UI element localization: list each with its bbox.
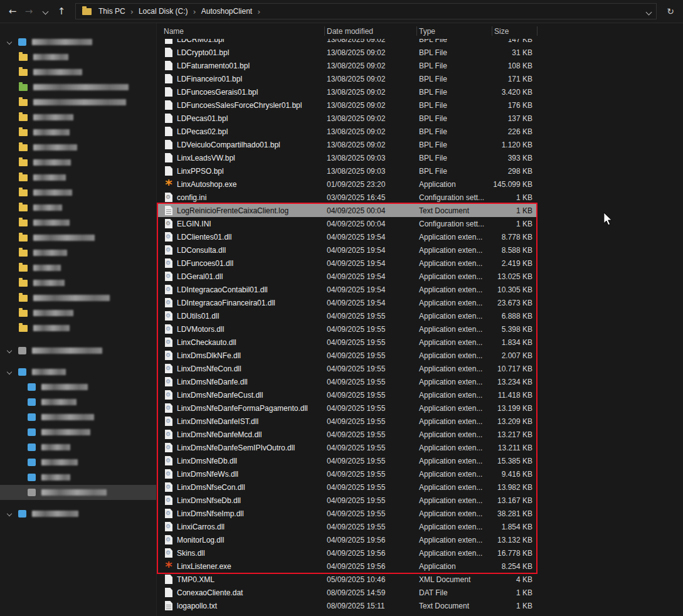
file-row[interactable]: LDFuncoes01.dll04/09/2025 19:54Applicati… bbox=[157, 257, 537, 270]
column-header-date[interactable]: Date modified bbox=[325, 23, 417, 39]
file-row[interactable]: LDIntegracaoFinanceira01.dll04/09/2025 1… bbox=[157, 296, 537, 309]
file-row[interactable]: LinxLeadsVW.bpl13/08/2025 09:03BPL File3… bbox=[157, 151, 537, 164]
file-row[interactable]: LinxDmsNfeDb.dll04/09/2025 19:55Applicat… bbox=[157, 454, 537, 467]
file-list-viewport[interactable]: LDCRM01.bpl13/08/2025 09:02BPL File147 K… bbox=[157, 39, 683, 616]
sidebar-item[interactable] bbox=[0, 140, 156, 155]
file-row[interactable]: LDCRM01.bpl13/08/2025 09:02BPL File147 K… bbox=[157, 39, 537, 46]
recent-locations-chevron-icon[interactable] bbox=[38, 4, 53, 19]
breadcrumb-chevron-icon[interactable]: › bbox=[257, 7, 261, 16]
sidebar-item[interactable] bbox=[0, 260, 156, 275]
sidebar-item[interactable] bbox=[0, 455, 156, 470]
address-dropdown-chevron-icon[interactable] bbox=[647, 6, 651, 17]
file-row[interactable]: Skins.dll04/09/2025 19:56Application ext… bbox=[157, 546, 537, 560]
file-row[interactable]: LDConsulta.dll04/09/2025 19:54Applicatio… bbox=[157, 243, 537, 257]
column-header-name[interactable]: Name bbox=[157, 23, 325, 39]
file-row[interactable]: LDGeral01.dll04/09/2025 19:54Application… bbox=[157, 270, 537, 283]
sidebar-item[interactable] bbox=[0, 364, 156, 380]
expander-chevron-icon[interactable] bbox=[7, 40, 12, 45]
file-row[interactable]: LinxPPSO.bpl13/08/2025 09:03BPL File298 … bbox=[157, 164, 537, 178]
sidebar-item[interactable] bbox=[0, 395, 156, 410]
file-row[interactable]: LDPecas02.bpl13/08/2025 09:02BPL File226… bbox=[157, 125, 537, 138]
file-row[interactable]: LDFuncoesSalesForceChrysler01.bpl13/08/2… bbox=[157, 98, 537, 112]
file-row[interactable]: LinxDmsNfeDanfeCust.dll04/09/2025 19:55A… bbox=[157, 388, 537, 401]
sidebar-item[interactable] bbox=[0, 380, 156, 395]
file-row[interactable]: LogReinicioFrenteCaixaClient.log04/09/20… bbox=[157, 204, 537, 217]
forward-button[interactable]: → bbox=[21, 4, 36, 19]
folder-icon bbox=[19, 325, 28, 332]
breadcrumb-segment[interactable]: This PC bbox=[94, 4, 130, 18]
file-row[interactable]: LinxListener.exe04/09/2025 19:56Applicat… bbox=[157, 560, 537, 573]
file-row[interactable]: LinxCheckauto.dll04/09/2025 19:55Applica… bbox=[157, 336, 537, 349]
back-button[interactable]: ← bbox=[5, 4, 20, 19]
file-row[interactable]: LinxDmsNfeDanfeMcd.dll04/09/2025 19:55Ap… bbox=[157, 428, 537, 441]
sidebar-item[interactable] bbox=[0, 410, 156, 425]
file-row[interactable]: LDFaturamento01.bpl13/08/2025 09:02BPL F… bbox=[157, 59, 537, 72]
file-row[interactable]: LinxAutoshop.exe01/09/2025 23:20Applicat… bbox=[157, 178, 537, 191]
file-row[interactable]: logapollo.txt08/09/2025 15:11Text Docume… bbox=[157, 599, 537, 612]
sidebar-item[interactable] bbox=[0, 425, 156, 440]
file-row[interactable]: LinxDmsNfseImp.dll04/09/2025 19:55Applic… bbox=[157, 507, 537, 520]
sidebar-item[interactable] bbox=[0, 50, 156, 65]
sidebar-item[interactable] bbox=[0, 170, 156, 185]
sidebar-item[interactable] bbox=[0, 470, 156, 485]
column-header-type[interactable]: Type bbox=[417, 23, 492, 39]
file-row[interactable]: MonitorLog.dll04/09/2025 19:56Applicatio… bbox=[157, 533, 537, 546]
file-row[interactable]: LinxDmsNfeWs.dll04/09/2025 19:55Applicat… bbox=[157, 467, 537, 481]
file-row[interactable]: LinxiCarros.dll04/09/2025 19:55Applicati… bbox=[157, 520, 537, 533]
file-row[interactable]: TMP0.XML05/09/2025 10:46XML Document4 KB bbox=[157, 573, 537, 586]
file-row[interactable]: LDFinanceiro01.bpl13/08/2025 09:02BPL Fi… bbox=[157, 72, 537, 85]
sidebar-item[interactable] bbox=[0, 125, 156, 140]
file-row[interactable]: LDClientes01.dll04/09/2025 19:54Applicat… bbox=[157, 230, 537, 243]
sidebar-item[interactable] bbox=[0, 185, 156, 200]
file-row[interactable]: LinxDmsDlkNFe.dll04/09/2025 19:55Applica… bbox=[157, 349, 537, 362]
file-row[interactable]: LDFuncoesGerais01.bpl13/08/2025 09:02BPL… bbox=[157, 85, 537, 98]
sidebar-item[interactable] bbox=[0, 506, 156, 521]
sidebar-item[interactable] bbox=[0, 440, 156, 455]
file-row[interactable]: ConexaoCliente.dat08/09/2025 14:59DAT Fi… bbox=[157, 586, 537, 599]
file-row[interactable]: LDVeiculoCompartilhado01.bpl13/08/2025 0… bbox=[157, 138, 537, 151]
sidebar-item[interactable] bbox=[0, 155, 156, 170]
expander-chevron-icon[interactable] bbox=[7, 511, 12, 516]
file-row[interactable]: LDIntegracaoContabil01.dll04/09/2025 19:… bbox=[157, 283, 537, 296]
file-row[interactable]: ELGIN.INI04/09/2025 00:04Configuration s… bbox=[157, 217, 537, 230]
breadcrumb-segment[interactable]: AutoshopClient bbox=[197, 4, 257, 18]
sidebar-item[interactable] bbox=[0, 343, 156, 358]
file-row[interactable]: LinxDmsNfeCon.dll04/09/2025 19:55Applica… bbox=[157, 362, 537, 375]
file-row[interactable]: LinxDmsNfeDanfeFormaPagamento.dll04/09/2… bbox=[157, 401, 537, 415]
file-row[interactable]: LDCrypto01.bpl13/08/2025 09:02BPL File31… bbox=[157, 46, 537, 59]
redacted-label bbox=[33, 114, 73, 120]
sidebar-item[interactable] bbox=[0, 215, 156, 230]
file-row[interactable]: LinxDmsNfseCon.dll04/09/2025 19:55Applic… bbox=[157, 481, 537, 494]
refresh-icon[interactable]: ↻ bbox=[663, 4, 678, 19]
file-date-modified: 04/09/2025 19:55 bbox=[325, 378, 417, 386]
sidebar-item[interactable] bbox=[0, 245, 156, 260]
breadcrumb-chevron-icon[interactable]: › bbox=[193, 7, 197, 16]
expander-chevron-icon[interactable] bbox=[7, 348, 12, 353]
sidebar-item[interactable] bbox=[0, 80, 156, 95]
sidebar-item[interactable] bbox=[0, 95, 156, 110]
file-row[interactable]: LDVMotors.dll04/09/2025 19:55Application… bbox=[157, 322, 537, 336]
file-row[interactable]: LinxDmsNfseDb.dll04/09/2025 19:55Applica… bbox=[157, 494, 537, 507]
sidebar-item[interactable] bbox=[0, 305, 156, 321]
sidebar-item[interactable] bbox=[0, 65, 156, 80]
file-row[interactable]: LDUtils01.dll04/09/2025 19:55Application… bbox=[157, 309, 537, 322]
column-header-size[interactable]: Size bbox=[492, 23, 537, 39]
sidebar-item[interactable] bbox=[0, 110, 156, 125]
sidebar-item[interactable] bbox=[0, 35, 156, 50]
file-row[interactable]: LinxDmsNfeDanfeIST.dll04/09/2025 19:55Ap… bbox=[157, 415, 537, 428]
up-button[interactable]: ↑ bbox=[54, 4, 69, 19]
sidebar-item[interactable] bbox=[0, 200, 156, 215]
file-row[interactable]: LDPecas01.bpl13/08/2025 09:02BPL File137… bbox=[157, 112, 537, 125]
breadcrumb-segment[interactable]: Local Disk (C:) bbox=[134, 4, 193, 18]
sidebar-item[interactable] bbox=[0, 275, 156, 290]
expander-chevron-icon[interactable] bbox=[7, 369, 12, 374]
file-row[interactable]: config.ini03/09/2025 16:45Configuration … bbox=[157, 191, 537, 204]
sidebar-item[interactable] bbox=[0, 321, 156, 336]
sidebar-item[interactable] bbox=[0, 485, 156, 500]
sidebar-item[interactable] bbox=[0, 230, 156, 245]
sidebar-item[interactable] bbox=[0, 290, 156, 305]
file-row[interactable]: LinxDmsNfeDanfeSemIPIvOutro.dll04/09/202… bbox=[157, 441, 537, 454]
file-row[interactable]: LinxDmsNfeDanfe.dll04/09/2025 19:55Appli… bbox=[157, 375, 537, 388]
address-bar[interactable]: This PC›Local Disk (C:)›AutoshopClient› bbox=[75, 3, 657, 19]
breadcrumb-chevron-icon[interactable]: › bbox=[130, 7, 134, 16]
